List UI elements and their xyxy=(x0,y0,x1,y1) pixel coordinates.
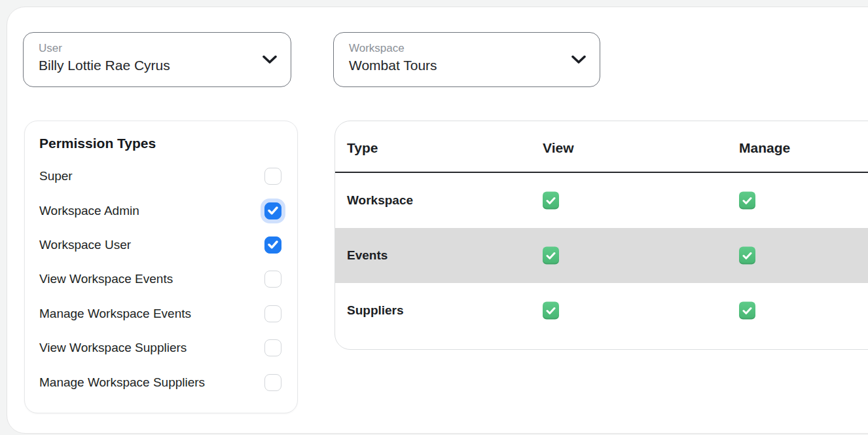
permission-label: View Workspace Events xyxy=(39,272,173,286)
permission-row-view-workspace-events: View Workspace Events xyxy=(39,262,281,296)
green-check-icon xyxy=(739,247,755,265)
permission-label: Workspace User xyxy=(39,238,131,252)
column-header-type: Type xyxy=(347,140,378,156)
permission-label: Super xyxy=(39,169,73,183)
column-header-view: View xyxy=(543,140,573,156)
view-permission-cell xyxy=(543,192,559,210)
permissions-table: Type View Manage Workspace Events xyxy=(335,121,868,350)
permission-row-workspace-admin: Workspace Admin xyxy=(39,193,281,227)
row-type-label: Suppliers xyxy=(347,303,404,318)
permission-row-super: Super xyxy=(39,159,281,193)
row-type-label: Workspace xyxy=(347,193,413,208)
view-permission-cell xyxy=(543,247,559,265)
user-select[interactable]: User Billy Lottie Rae Cyrus xyxy=(23,32,291,87)
permission-row-manage-workspace-suppliers: Manage Workspace Suppliers xyxy=(39,365,281,399)
table-row-events[interactable]: Events xyxy=(335,228,868,283)
check-icon xyxy=(268,240,278,249)
green-check-icon xyxy=(543,302,559,320)
main-panel: User Billy Lottie Rae Cyrus Workspace Wo… xyxy=(7,7,868,434)
checkbox-workspace-user[interactable] xyxy=(264,236,281,254)
user-select-value: Billy Lottie Rae Cyrus xyxy=(39,58,251,73)
workspace-select-value: Wombat Tours xyxy=(349,58,560,73)
permission-label: Workspace Admin xyxy=(39,204,139,218)
checkbox-view-workspace-events[interactable] xyxy=(264,271,281,288)
checkbox-super[interactable] xyxy=(264,168,281,185)
permission-label: View Workspace Suppliers xyxy=(39,341,187,355)
chevron-down-icon xyxy=(262,56,277,64)
manage-permission-cell xyxy=(739,192,755,210)
green-check-icon xyxy=(543,192,559,210)
permission-label: Manage Workspace Suppliers xyxy=(39,375,205,390)
manage-permission-cell xyxy=(739,302,755,320)
permission-types-panel: Permission Types Super Workspace Admin W… xyxy=(24,121,298,413)
green-check-icon xyxy=(739,302,755,320)
permission-row-manage-workspace-events: Manage Workspace Events xyxy=(39,297,281,331)
checkbox-manage-workspace-suppliers[interactable] xyxy=(264,374,281,391)
checkbox-workspace-admin[interactable] xyxy=(264,202,281,219)
permission-row-workspace-user: Workspace User xyxy=(39,228,281,262)
permission-label: Manage Workspace Events xyxy=(39,307,191,321)
manage-permission-cell xyxy=(739,247,755,265)
checkbox-view-workspace-suppliers[interactable] xyxy=(264,339,281,356)
permission-row-view-workspace-suppliers: View Workspace Suppliers xyxy=(39,331,281,365)
column-header-manage: Manage xyxy=(739,140,790,156)
checkbox-manage-workspace-events[interactable] xyxy=(264,305,281,322)
workspace-select-label: Workspace xyxy=(349,41,560,55)
row-type-label: Events xyxy=(347,248,388,263)
user-select-label: User xyxy=(39,41,251,55)
permission-types-title: Permission Types xyxy=(39,136,281,151)
check-icon xyxy=(268,206,278,215)
workspace-select[interactable]: Workspace Wombat Tours xyxy=(333,32,600,87)
table-header-row: Type View Manage xyxy=(335,121,868,173)
table-row-workspace[interactable]: Workspace xyxy=(335,173,868,228)
chevron-down-icon xyxy=(571,56,586,64)
view-permission-cell xyxy=(543,302,559,320)
green-check-icon xyxy=(739,192,755,210)
table-row-suppliers[interactable]: Suppliers xyxy=(335,283,868,338)
green-check-icon xyxy=(543,247,559,265)
